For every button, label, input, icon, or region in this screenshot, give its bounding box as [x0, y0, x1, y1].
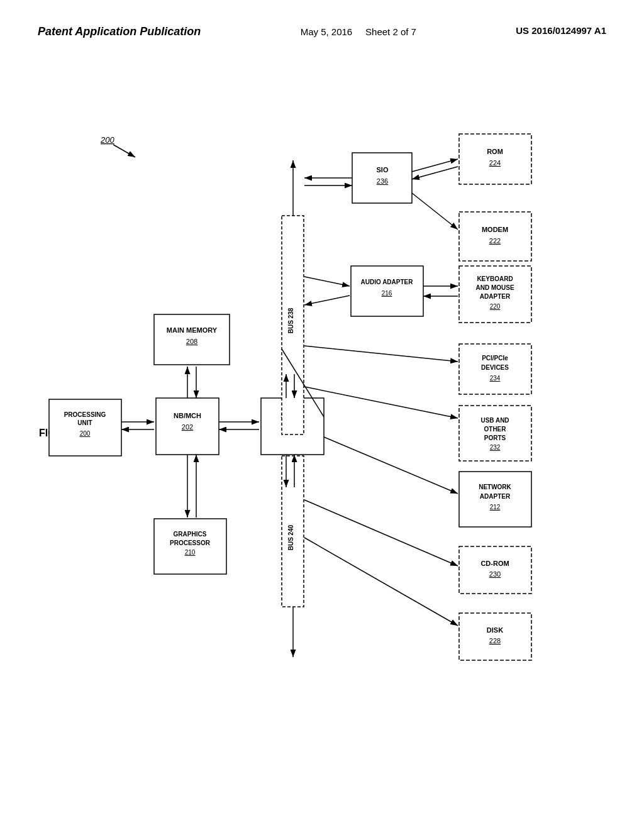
svg-text:DISK: DISK	[487, 626, 503, 634]
publication-title: Patent Application Publication	[38, 25, 201, 38]
svg-text:CD-ROM: CD-ROM	[480, 560, 509, 567]
svg-text:AUDIO ADAPTER: AUDIO ADAPTER	[361, 279, 414, 285]
page: Patent Application Publication May 5, 20…	[0, 0, 644, 830]
patent-number: US 2016/0124997 A1	[516, 25, 606, 36]
svg-text:NETWORK: NETWORK	[479, 484, 511, 490]
sio-rom-arrow2	[412, 167, 458, 179]
svg-text:ADAPTER: ADAPTER	[480, 493, 511, 500]
sheet-info: Sheet 2 of 7	[365, 26, 416, 37]
svg-text:220: 220	[490, 303, 501, 310]
svg-text:PCI/PCIe: PCI/PCIe	[482, 355, 508, 362]
svg-text:BUS 238: BUS 238	[287, 307, 294, 333]
svg-text:228: 228	[489, 637, 501, 645]
bus240-cdrom-arrow	[304, 500, 458, 566]
svg-text:222: 222	[489, 237, 501, 245]
header-center: May 5, 2016 Sheet 2 of 7	[301, 25, 416, 40]
sio-modem-arrow	[412, 193, 458, 230]
diagram: 200 PROCESSING UNIT 200 NB/MCH 202 SB/IC…	[38, 88, 604, 799]
svg-text:MAIN MEMORY: MAIN MEMORY	[167, 326, 218, 334]
usb-ports-box	[459, 406, 531, 461]
svg-text:224: 224	[489, 159, 501, 167]
bus-audio-arrow1	[304, 277, 350, 286]
svg-text:DEVICES: DEVICES	[481, 364, 509, 371]
svg-text:NB/MCH: NB/MCH	[174, 412, 201, 419]
svg-text:SIO: SIO	[377, 166, 389, 174]
processing-unit-label: PROCESSING	[64, 411, 106, 418]
ref-200: 200	[100, 135, 114, 145]
sio-rom-arrow1	[412, 159, 458, 172]
svg-text:GRAPHICS: GRAPHICS	[174, 531, 207, 538]
sbich-net-arrow	[324, 437, 458, 494]
header: Patent Application Publication May 5, 20…	[38, 25, 606, 40]
svg-text:USB AND: USB AND	[480, 417, 509, 424]
modem-box	[459, 212, 531, 261]
bus238-usb-arrow	[304, 387, 458, 418]
svg-text:AND MOUSE: AND MOUSE	[475, 284, 514, 291]
graphics-processor-box	[154, 519, 226, 574]
svg-text:202: 202	[182, 423, 193, 431]
bus-audio-arrow2	[304, 296, 350, 305]
svg-text:230: 230	[489, 570, 501, 578]
svg-text:210: 210	[185, 549, 196, 556]
processing-unit-box	[49, 399, 121, 456]
pub-date: May 5, 2016	[301, 26, 353, 37]
svg-text:PROCESSOR: PROCESSOR	[170, 540, 211, 546]
svg-text:208: 208	[186, 338, 197, 345]
svg-text:212: 212	[490, 504, 501, 511]
svg-text:BUS 240: BUS 240	[287, 524, 294, 550]
svg-text:200: 200	[80, 430, 91, 437]
svg-text:216: 216	[382, 290, 392, 297]
svg-text:PORTS: PORTS	[484, 434, 506, 441]
svg-text:KEYBOARD: KEYBOARD	[477, 275, 513, 282]
svg-text:ADAPTER: ADAPTER	[480, 293, 511, 300]
svg-text:MODEM: MODEM	[482, 226, 508, 233]
svg-text:OTHER: OTHER	[484, 426, 507, 433]
svg-text:232: 232	[490, 444, 501, 451]
svg-text:234: 234	[490, 375, 501, 382]
bus240-disk-arrow	[304, 538, 458, 626]
svg-text:UNIT: UNIT	[77, 419, 92, 426]
svg-text:ROM: ROM	[487, 148, 503, 155]
diagram-svg: 200 PROCESSING UNIT 200 NB/MCH 202 SB/IC…	[38, 88, 604, 799]
ref-200-arrow	[113, 145, 135, 157]
bus238-pci-arrow	[304, 346, 458, 362]
svg-text:236: 236	[377, 177, 388, 185]
